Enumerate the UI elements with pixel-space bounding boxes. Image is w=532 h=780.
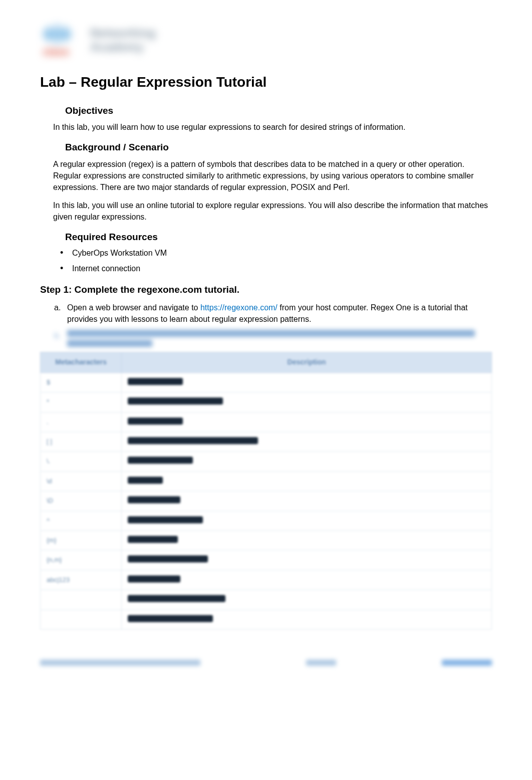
table-row: abc|123 (41, 570, 492, 590)
regex-table: Metacharacters Description $*.[ ]\.\d\D^… (40, 352, 492, 630)
table-cell-meta: \. (41, 452, 122, 471)
table-row: * (41, 393, 492, 412)
footer-left-text (40, 660, 200, 666)
table-row: \d (41, 471, 492, 491)
table-cell-desc (122, 570, 492, 590)
regex-table-container: Metacharacters Description $*.[ ]\.\d\D^… (40, 352, 492, 630)
footer-page-number (306, 660, 336, 666)
svg-text:Networking: Networking (90, 26, 156, 40)
redacted-bar (128, 418, 183, 425)
regexone-link[interactable]: https://regexone.com/ (200, 303, 278, 312)
table-cell-desc (122, 452, 492, 471)
redacted-bar (128, 398, 223, 405)
step-text-before: Open a web browser and navigate to (67, 303, 200, 312)
redacted-bar (128, 536, 178, 543)
table-cell-meta (41, 610, 122, 629)
logo: cisco Networking Academy (40, 20, 492, 62)
redacted-bar (128, 595, 225, 602)
svg-text:cisco: cisco (43, 46, 69, 57)
svg-rect-2 (52, 30, 54, 38)
table-row: [ ] (41, 432, 492, 452)
table-row: ^ (41, 511, 492, 530)
table-row: {m} (41, 530, 492, 550)
table-cell-desc (122, 372, 492, 392)
table-cell-desc (122, 471, 492, 491)
resources-heading: Required Resources (65, 231, 492, 244)
table-cell-meta: \d (41, 471, 122, 491)
table-cell-meta: . (41, 412, 122, 432)
redacted-bar (128, 437, 258, 444)
svg-rect-3 (56, 24, 58, 44)
table-cell-meta (41, 590, 122, 610)
table-row: . (41, 412, 492, 432)
table-cell-meta: $ (41, 372, 122, 392)
svg-rect-1 (48, 26, 50, 42)
step-letter: a. (54, 302, 67, 325)
table-cell-meta: ^ (41, 511, 122, 530)
table-cell-desc (122, 432, 492, 452)
table-cell-desc (122, 610, 492, 629)
table-row: \. (41, 452, 492, 471)
table-row (41, 610, 492, 629)
objectives-heading: Objectives (65, 104, 492, 118)
redacted-bar (128, 516, 203, 523)
redacted-bar (128, 378, 183, 385)
step1-heading: Step 1: Complete the regexone.com tutori… (40, 283, 492, 297)
table-cell-meta: * (41, 393, 122, 412)
table-cell-desc (122, 590, 492, 610)
svg-rect-6 (68, 30, 70, 38)
table-cell-meta: abc|123 (41, 570, 122, 590)
redacted-bar (128, 575, 180, 582)
table-row: \D (41, 491, 492, 511)
redacted-bar (128, 477, 163, 484)
table-cell-desc (122, 511, 492, 530)
table-cell-meta: {n,m} (41, 550, 122, 570)
resources-list: CyberOps Workstation VM Internet connect… (60, 248, 492, 274)
step1-sub-a: a. Open a web browser and navigate to ht… (54, 302, 492, 325)
step-content-blurred (67, 330, 492, 347)
table-row: $ (41, 372, 492, 392)
background-para2: In this lab, you will use an online tuto… (53, 200, 492, 223)
svg-text:Academy: Academy (90, 40, 144, 54)
table-cell-desc (122, 491, 492, 511)
table-row (41, 590, 492, 610)
step-content: Open a web browser and navigate to https… (67, 302, 492, 325)
table-cell-meta: {m} (41, 530, 122, 550)
page-title: Lab – Regular Expression Tutorial (40, 72, 492, 92)
footer-right-link (442, 660, 492, 666)
list-item: Internet connection (60, 263, 492, 274)
footer (40, 660, 492, 666)
table-cell-meta: \D (41, 491, 122, 511)
table-header-meta: Metacharacters (41, 352, 122, 373)
redacted-bar (128, 496, 180, 503)
redacted-bar (128, 555, 208, 562)
table-cell-desc (122, 393, 492, 412)
svg-rect-4 (60, 30, 62, 38)
table-row: {n,m} (41, 550, 492, 570)
step1-sub-b: b. (54, 330, 492, 347)
redacted-bar (128, 615, 213, 622)
list-item: CyberOps Workstation VM (60, 248, 492, 259)
table-header-desc: Description (122, 352, 492, 373)
table-cell-desc (122, 412, 492, 432)
svg-rect-0 (44, 30, 46, 38)
table-cell-desc (122, 550, 492, 570)
step-letter: b. (54, 330, 67, 347)
table-cell-desc (122, 530, 492, 550)
svg-rect-5 (64, 26, 66, 42)
background-heading: Background / Scenario (65, 141, 492, 154)
table-cell-meta: [ ] (41, 432, 122, 452)
objectives-text: In this lab, you will learn how to use r… (53, 121, 492, 133)
redacted-bar (128, 457, 193, 464)
background-para1: A regular expression (regex) is a patter… (53, 158, 492, 193)
